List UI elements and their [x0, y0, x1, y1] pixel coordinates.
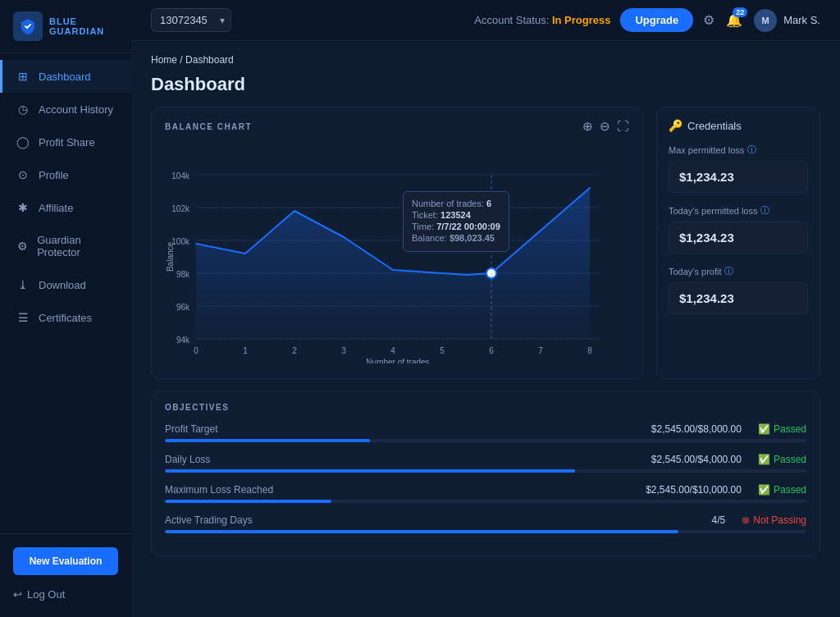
progress-bg-2 — [165, 500, 806, 503]
credentials-header: 🔑 Credentials — [669, 119, 808, 132]
obj-name-2: Maximum Loss Reached — [165, 484, 273, 496]
sidebar-item-label: Guardian Protector — [37, 234, 118, 258]
obj-values-3: 4/5 — [712, 514, 726, 526]
notification-badge: 22 — [733, 7, 747, 17]
progress-bg-1 — [165, 469, 806, 473]
svg-marker-28 — [196, 188, 590, 339]
sidebar-item-label: Affiliate — [39, 202, 73, 214]
progress-fill-2 — [165, 500, 331, 503]
credentials-panel: 🔑 Credentials Max permitted loss ⓘ $1,23… — [656, 107, 820, 379]
info-icon-2[interactable]: ⓘ — [724, 265, 733, 277]
guardian-icon: ⚙ — [16, 240, 29, 253]
metric-max-permitted-loss: Max permitted loss ⓘ $1,234.23 — [669, 144, 808, 193]
svg-text:98k: 98k — [176, 270, 190, 279]
svg-text:1: 1 — [243, 346, 248, 355]
objectives-title: OBJECTIVES — [165, 403, 806, 412]
obj-values-0: $2,545.00/$8,000.00 — [651, 423, 742, 435]
progress-bg-0 — [165, 439, 806, 442]
svg-text:6: 6 — [489, 346, 494, 355]
info-icon-1[interactable]: ⓘ — [760, 204, 769, 217]
x-icon-3: ⊗ — [742, 514, 750, 526]
progress-fill-0 — [165, 439, 370, 442]
notifications-icon[interactable]: 🔔 22 — [726, 12, 742, 28]
avatar: M — [754, 9, 777, 32]
upgrade-button[interactable]: Upgrade — [620, 8, 693, 32]
progress-bg-3 — [165, 530, 806, 533]
svg-text:0: 0 — [194, 346, 199, 355]
chart-svg: 94k 96k 98k 100k 102k 104k — [165, 142, 608, 363]
topbar: 13072345 Account Status: In Progress Upg… — [131, 0, 840, 41]
sidebar-nav: ⊞ Dashboard ◷ Account History ◯ Profit S… — [0, 53, 131, 533]
obj-status-2: ✅ Passed — [758, 484, 806, 496]
todays-permitted-loss-value: $1,234.23 — [669, 222, 808, 254]
credentials-title: Credentials — [687, 120, 742, 132]
sidebar-item-profile[interactable]: ⊙ Profile — [0, 158, 131, 191]
check-icon-2: ✅ — [758, 484, 770, 496]
svg-text:4: 4 — [390, 346, 395, 355]
key-icon: 🔑 — [669, 119, 682, 132]
content-area: Home / Dashboard Dashboard BALANCE CHART… — [131, 41, 840, 617]
sidebar-item-label: Account History — [39, 103, 113, 116]
svg-text:94k: 94k — [176, 336, 190, 345]
user-info: M Mark S. — [754, 9, 820, 32]
zoom-out-icon[interactable]: ⊖ — [600, 119, 610, 134]
certificates-icon: ☰ — [16, 311, 30, 324]
progress-fill-3 — [165, 530, 678, 533]
info-icon-0[interactable]: ⓘ — [747, 144, 756, 156]
page-title: Dashboard — [151, 74, 820, 95]
obj-values-1: $2,545.00/$4,000.00 — [651, 454, 742, 465]
svg-text:5: 5 — [440, 346, 445, 355]
sidebar-item-download[interactable]: ⤓ Download — [0, 268, 131, 301]
sidebar-logo: BLUE GUARDIAN — [0, 0, 131, 53]
profile-icon: ⊙ — [16, 168, 30, 181]
new-evaluation-button[interactable]: New Evaluation — [13, 547, 118, 575]
chart-header: BALANCE CHART ⊕ ⊖ ⛶ — [165, 119, 629, 134]
sidebar-item-affiliate[interactable]: ✱ Affiliate — [0, 191, 131, 224]
topbar-icons: ⚙ 🔔 22 M Mark S. — [703, 9, 820, 32]
settings-icon[interactable]: ⚙ — [703, 12, 714, 28]
check-icon-1: ✅ — [758, 454, 770, 465]
sidebar-item-label: Dashboard — [39, 71, 91, 83]
svg-text:7: 7 — [538, 346, 543, 355]
chart-title: BALANCE CHART — [165, 122, 252, 131]
objective-max-loss: Maximum Loss Reached $2,545.00/$10,000.0… — [165, 484, 806, 503]
sidebar-item-dashboard[interactable]: ⊞ Dashboard — [0, 60, 131, 93]
chart-controls: ⊕ ⊖ ⛶ — [582, 119, 629, 134]
logo-line1: BLUE — [49, 16, 104, 26]
download-icon: ⤓ — [16, 278, 30, 291]
sidebar-item-label: Certificates — [39, 312, 92, 324]
check-icon-0: ✅ — [758, 423, 770, 435]
logo-icon — [13, 11, 43, 41]
obj-name-3: Active Trading Days — [165, 514, 253, 526]
account-status: Account Status: In Progress — [474, 14, 610, 26]
sidebar-item-guardian-protector[interactable]: ⚙ Guardian Protector — [0, 224, 131, 268]
affiliate-icon: ✱ — [16, 201, 30, 214]
logout-button[interactable]: ↩ Log Out — [13, 585, 118, 604]
sidebar-item-label: Download — [39, 279, 86, 291]
dashboard-icon: ⊞ — [16, 70, 30, 83]
logo-text: BLUE GUARDIAN — [49, 16, 104, 36]
objective-profit-target: Profit Target $2,545.00/$8,000.00 ✅ Pass… — [165, 423, 806, 442]
obj-status-3: ⊗ Not Passing — [742, 514, 806, 526]
account-select-wrapper: 13072345 — [151, 8, 231, 32]
zoom-in-icon[interactable]: ⊕ — [582, 119, 593, 134]
obj-name-0: Profit Target — [165, 423, 217, 435]
logout-icon: ↩ — [13, 588, 22, 601]
svg-text:96k: 96k — [176, 303, 190, 312]
account-select[interactable]: 13072345 — [151, 8, 231, 32]
todays-profit-value: $1,234.23 — [669, 282, 808, 314]
sidebar-item-account-history[interactable]: ◷ Account History — [0, 93, 131, 126]
svg-text:102k: 102k — [171, 204, 190, 213]
history-icon: ◷ — [16, 103, 30, 116]
dashboard-top-row: BALANCE CHART ⊕ ⊖ ⛶ 94k 96k 98k 100k 10 — [151, 107, 820, 379]
objectives-card: OBJECTIVES Profit Target $2,545.00/$8,00… — [151, 391, 820, 557]
svg-text:3: 3 — [341, 346, 346, 355]
objective-daily-loss: Daily Loss $2,545.00/$4,000.00 ✅ Passed — [165, 454, 806, 473]
sidebar-item-certificates[interactable]: ☰ Certificates — [0, 301, 131, 334]
obj-status-0: ✅ Passed — [758, 423, 806, 435]
sidebar-item-profit-share[interactable]: ◯ Profit Share — [0, 126, 131, 158]
metric-todays-permitted-loss: Today's permitted loss ⓘ $1,234.23 — [669, 204, 808, 254]
fullscreen-icon[interactable]: ⛶ — [617, 119, 629, 134]
max-permitted-loss-value: $1,234.23 — [669, 161, 808, 193]
sidebar: BLUE GUARDIAN ⊞ Dashboard ◷ Account Hist… — [0, 0, 131, 617]
